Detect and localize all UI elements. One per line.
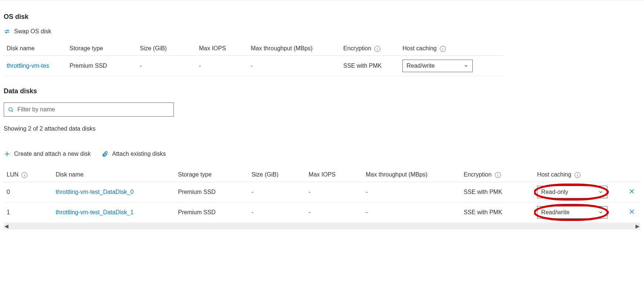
os-disk-encryption: SSE with PMK [340, 56, 399, 76]
os-disk-row: throttling-vm-tes Premium SSD - - - SSE … [4, 56, 503, 76]
os-disk-caching-select[interactable]: Read/write [402, 60, 473, 72]
attach-icon [102, 151, 108, 157]
data-disk-size: - [249, 202, 306, 223]
col-host-caching: Host caching i [534, 168, 624, 182]
col-disk-name: Disk name [53, 168, 175, 182]
data-disk-size: - [249, 182, 306, 202]
horizontal-scrollbar[interactable]: ◀ ▶ [4, 223, 640, 229]
col-encryption: Encryption i [461, 168, 535, 182]
col-size: Size (GiB) [249, 168, 306, 182]
os-disk-title: OS disk [4, 13, 640, 21]
col-max-throughput: Max throughput (MBps) [363, 168, 461, 182]
info-icon[interactable]: i [574, 172, 580, 178]
swap-os-disk-button[interactable]: Swap OS disk [4, 28, 51, 35]
data-disk-storage: Premium SSD [175, 182, 249, 202]
col-max-iops: Max IOPS [306, 168, 363, 182]
data-disk-throughput: - [363, 182, 461, 202]
data-disk-row: 0 throttling-vm-test_DataDisk_0 Premium … [4, 182, 640, 202]
col-storage-type: Storage type [175, 168, 249, 182]
attach-existing-button[interactable]: Attach existing disks [102, 151, 166, 157]
swap-os-disk-label: Swap OS disk [14, 28, 51, 35]
col-host-caching: Host caching i [399, 41, 503, 56]
data-disk-storage: Premium SSD [175, 202, 249, 223]
detach-disk-button[interactable] [627, 208, 637, 216]
showing-count: Showing 2 of 2 attached data disks [4, 125, 640, 132]
os-disk-throughput: - [248, 56, 340, 76]
os-disk-size: - [137, 56, 196, 76]
scroll-right-icon[interactable]: ▶ [635, 223, 640, 229]
data-disk-caching-select[interactable]: Read-only [537, 186, 607, 198]
data-disk-iops: - [306, 182, 363, 202]
data-disk-name-link[interactable]: throttling-vm-test_DataDisk_1 [55, 209, 134, 215]
data-disk-iops: - [306, 202, 363, 223]
data-disk-lun: 1 [4, 202, 53, 223]
detach-disk-button[interactable] [627, 188, 637, 196]
search-icon [8, 107, 14, 112]
col-max-throughput: Max throughput (MBps) [248, 41, 340, 56]
info-icon[interactable]: i [21, 172, 27, 178]
data-disk-encryption: SSE with PMK [461, 182, 535, 202]
os-disk-storage: Premium SSD [67, 56, 137, 76]
chevron-down-icon [463, 63, 469, 68]
col-size: Size (GiB) [137, 41, 196, 56]
data-disk-name-link[interactable]: throttling-vm-test_DataDisk_0 [55, 189, 134, 195]
col-storage-type: Storage type [67, 41, 137, 56]
svg-point-0 [9, 108, 12, 111]
plus-icon [4, 151, 10, 157]
data-disk-row: 1 throttling-vm-test_DataDisk_1 Premium … [4, 202, 640, 223]
data-disk-caching-select[interactable]: Read/write [537, 206, 607, 219]
os-disk-iops: - [196, 56, 248, 76]
create-attach-disk-button[interactable]: Create and attach a new disk [4, 151, 91, 157]
data-disks-title: Data disks [4, 87, 640, 95]
filter-by-name-input-wrap[interactable] [4, 103, 174, 117]
info-icon[interactable]: i [374, 46, 380, 52]
os-disk-name-link[interactable]: throttling-vm-tes [7, 63, 49, 69]
data-disk-encryption: SSE with PMK [461, 202, 535, 223]
create-attach-label: Create and attach a new disk [14, 151, 91, 157]
swap-icon [4, 28, 10, 35]
col-lun: LUN i [4, 168, 53, 182]
info-icon[interactable]: i [495, 172, 501, 178]
os-disk-table: Disk name Storage type Size (GiB) Max IO… [4, 41, 503, 76]
chevron-down-icon [598, 189, 603, 195]
col-encryption: Encryption i [340, 41, 399, 56]
data-disk-lun: 0 [4, 182, 53, 202]
data-disks-table: LUN i Disk name Storage type Size (GiB) … [4, 168, 640, 223]
filter-by-name-input[interactable] [17, 106, 170, 113]
info-icon[interactable]: i [440, 46, 446, 52]
chevron-down-icon [598, 210, 603, 215]
attach-existing-label: Attach existing disks [112, 151, 166, 157]
col-max-iops: Max IOPS [196, 41, 248, 56]
col-disk-name: Disk name [4, 41, 67, 56]
data-disk-throughput: - [363, 202, 461, 223]
scroll-left-icon[interactable]: ◀ [4, 223, 9, 229]
